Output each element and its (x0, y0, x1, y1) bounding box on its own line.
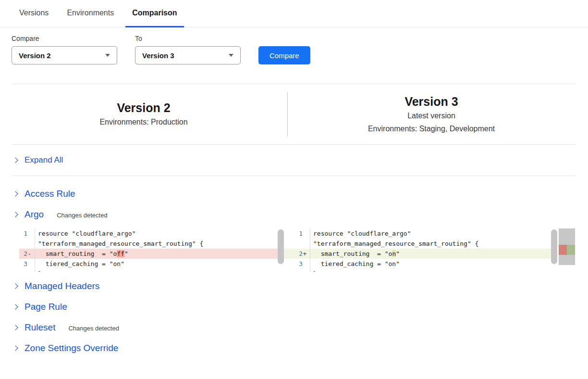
section-argo[interactable]: Argo Changes detected (0, 204, 588, 225)
version-left-environments: Environments: Production (99, 115, 187, 128)
compare-to-value: Version 3 (142, 51, 174, 60)
diff-line-added: 2+ smart_routing = "on" (284, 249, 557, 259)
diff-line-removed: 2- smart_routing = "off" (19, 249, 284, 259)
section-label: Managed Headers (24, 281, 99, 291)
removed-sign: - (27, 249, 32, 259)
section-label: Argo (24, 209, 44, 220)
changes-detected-badge: Changes detected (68, 325, 119, 332)
code-text: smart_routing = "on" (310, 249, 557, 259)
tab-comparison[interactable]: Comparison (125, 0, 184, 27)
compare-from-value: Version 2 (19, 51, 51, 60)
line-number: 2 (19, 249, 27, 259)
version-right-environments: Environments: Staging, Development (368, 122, 495, 135)
code-text: tiered_caching = "on" (35, 259, 284, 269)
section-managed-headers[interactable]: Managed Headers (0, 276, 588, 296)
line-number: 1 (19, 228, 27, 239)
added-sign: + (303, 249, 307, 259)
argo-diff-view: 1 resource "cloudflare_argo" "terraform_… (19, 228, 575, 272)
chevron-right-icon (12, 212, 18, 217)
section-label: Ruleset (24, 322, 55, 333)
chevron-down-icon (229, 54, 233, 57)
line-number: 3 (19, 259, 27, 269)
diff-left-scrollbar[interactable] (278, 229, 284, 264)
section-zone-settings-override[interactable]: Zone Settings Override (0, 338, 588, 358)
compare-button[interactable]: Compare (258, 46, 310, 64)
expand-all-toggle[interactable]: Expand All (0, 145, 588, 176)
section-ruleset[interactable]: Ruleset Changes detected (0, 317, 588, 338)
chevron-down-icon (105, 54, 110, 57)
compare-from-label: Compare (12, 35, 117, 42)
line-number: 1 (294, 228, 303, 239)
diff-overview-ruler[interactable] (559, 228, 575, 272)
version-right-subtitle: Latest version (407, 109, 455, 122)
section-label: Access Rule (24, 189, 75, 199)
chevron-right-icon (12, 304, 18, 309)
diff-editor-left: 1 resource "cloudflare_argo" "terraform_… (19, 228, 284, 272)
code-text: tiered_caching = "on" (310, 259, 557, 269)
code-text: } (35, 269, 284, 272)
compare-to-select[interactable]: Version 3 (135, 46, 241, 64)
diff-line: 1 resource "cloudflare_argo" (19, 228, 284, 239)
section-label: Zone Settings Override (24, 343, 118, 354)
code-text: smart_routing = "off" (35, 249, 284, 259)
version-headers: Version 2 Environments: Production Versi… (0, 84, 588, 144)
code-text: "terraform_managed_resource_smart_routin… (310, 239, 557, 249)
diff-line: 3 tiered_caching = "on" (19, 259, 284, 269)
version-right-header: Version 3 Latest version Environments: S… (288, 92, 575, 137)
diff-line: } (284, 269, 557, 272)
line-number: 3 (294, 259, 303, 269)
code-text: resource "cloudflare_argo" (310, 228, 557, 239)
overview-added-mark (567, 245, 575, 255)
tab-versions[interactable]: Versions (12, 0, 55, 27)
compare-to-group: To Version 3 (135, 35, 241, 64)
diff-line: } (19, 269, 284, 272)
chevron-right-icon (12, 283, 18, 289)
diff-overview-track (559, 228, 575, 265)
section-label: Page Rule (24, 302, 67, 312)
section-list: Access Rule Argo Changes detected 1 reso… (0, 176, 588, 358)
chevron-right-icon (12, 191, 18, 196)
tab-bar: Versions Environments Comparison (0, 0, 588, 27)
compare-from-select[interactable]: Version 2 (12, 46, 117, 64)
diff-line: 1 resource "cloudflare_argo" (284, 228, 557, 239)
version-left-header: Version 2 Environments: Production (0, 92, 287, 137)
compare-to-label: To (135, 35, 241, 42)
code-text: } (310, 269, 557, 272)
code-text: resource "cloudflare_argo" (35, 228, 284, 239)
code-text: "terraform_managed_resource_smart_routin… (35, 239, 284, 249)
diff-right-scrollbar[interactable] (551, 229, 557, 264)
chevron-right-icon (12, 325, 18, 330)
tab-environments[interactable]: Environments (60, 0, 121, 27)
overview-removed-mark (559, 245, 567, 255)
expand-all-label: Expand All (24, 155, 63, 165)
section-access-rule[interactable]: Access Rule (0, 183, 588, 204)
compare-from-group: Compare Version 2 (12, 35, 117, 64)
version-left-title: Version 2 (117, 100, 170, 115)
chevron-right-icon (12, 345, 18, 351)
diff-line: 3 tiered_caching = "on" (284, 259, 557, 269)
diff-line-wrap: "terraform_managed_resource_smart_routin… (19, 239, 284, 249)
line-number: 2 (294, 249, 303, 259)
chevron-right-icon (12, 157, 18, 163)
diff-line-wrap: "terraform_managed_resource_smart_routin… (284, 239, 557, 249)
diff-editor-right: 1 resource "cloudflare_argo" "terraform_… (284, 228, 557, 272)
section-page-rule[interactable]: Page Rule (0, 296, 588, 317)
changes-detected-badge: Changes detected (57, 212, 108, 219)
compare-form: Compare Version 2 To Version 3 Compare (0, 27, 588, 64)
removed-char-highlight: ff (117, 250, 124, 257)
version-right-title: Version 3 (404, 94, 458, 109)
